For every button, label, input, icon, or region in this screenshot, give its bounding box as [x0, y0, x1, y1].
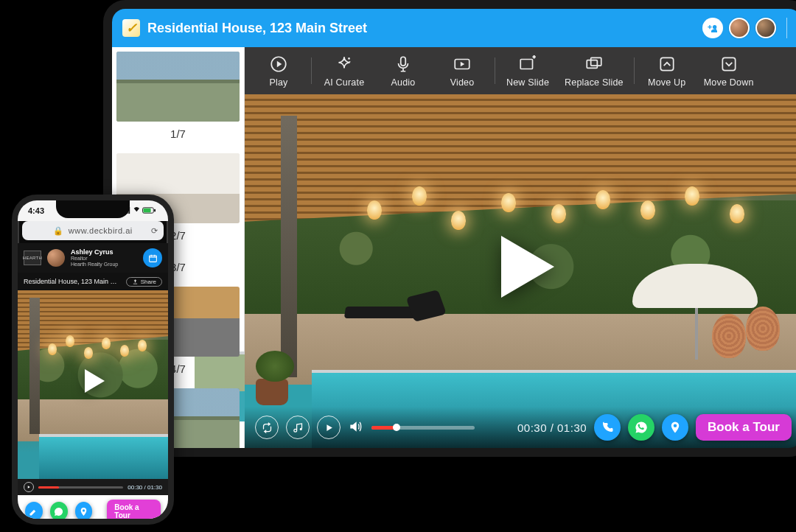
phone-seek-bar-row: 00:30 / 01:30 [18, 479, 168, 495]
scene-column [281, 116, 297, 377]
svg-rect-7 [591, 57, 601, 66]
svg-rect-8 [660, 57, 673, 70]
agent-profile-bar: HEARTH Ashley Cyrus Realtor Hearth Realt… [18, 243, 168, 273]
browser-url-bar[interactable]: 🔒 www.deckbird.ai ⟳ [22, 221, 164, 240]
microphone-icon [393, 54, 413, 74]
seek-bar[interactable] [371, 426, 475, 430]
phone-call-button[interactable] [594, 414, 621, 441]
refresh-icon[interactable]: ⟳ [151, 226, 158, 236]
svg-rect-6 [587, 60, 597, 69]
phone-play-small-button[interactable] [24, 482, 34, 492]
svg-rect-18 [149, 255, 156, 262]
tablet-header: ✓ Residential House, 123 Main Street [112, 9, 796, 47]
slide-editor-main: Play AI Curate Audio Video [245, 47, 796, 448]
toolbar-new-slide-button[interactable]: New Slide [498, 51, 557, 91]
scene-lantern [367, 200, 382, 220]
book-tour-button[interactable]: Book a Tour [696, 414, 792, 441]
app-logo-icon: ✓ [122, 19, 140, 37]
slide-thumb-1-label: 1/7 [116, 122, 240, 149]
chevron-down-box-icon [719, 54, 739, 74]
agent-name: Ashley Cyrus [71, 248, 118, 256]
scene-lantern [685, 186, 699, 206]
tablet-device: ✓ Residential House, 123 Main Street 1/7… [103, 0, 796, 457]
phone-notch [56, 200, 130, 218]
location-button[interactable] [662, 414, 688, 441]
whatsapp-button[interactable] [628, 414, 654, 441]
scene-lantern [451, 211, 466, 230]
scene-lantern [501, 193, 516, 212]
play-small-button[interactable] [317, 416, 341, 439]
playback-controls: 00:30 / 01:30 Book a Tour [245, 407, 796, 448]
agent-avatar [47, 249, 65, 267]
add-user-icon [707, 22, 719, 34]
phone-seek-bar[interactable] [38, 486, 123, 489]
toolbar-play-button[interactable]: Play [249, 51, 308, 91]
agent-role: Realtor [71, 256, 118, 262]
share-icon [132, 279, 139, 285]
phone-stage [18, 290, 168, 479]
chevron-up-box-icon [657, 54, 677, 74]
add-user-button[interactable] [702, 18, 723, 38]
loop-button[interactable] [255, 416, 279, 439]
calendar-button[interactable] [143, 248, 162, 267]
replace-slide-icon [584, 54, 604, 74]
phone-title-bar: Residential House, 123 Main … Share [18, 273, 168, 290]
svg-point-1 [348, 57, 350, 60]
toolbar-move-up-button[interactable]: Move Up [638, 51, 696, 91]
slide-thumb-1[interactable]: 1/7 [116, 52, 240, 149]
phone-book-tour-button[interactable]: Book a Tour [107, 500, 161, 523]
play-triangle-icon [479, 223, 568, 311]
slide-plus-icon [517, 54, 538, 74]
scene-lantern [730, 204, 744, 223]
lock-icon: 🔒 [53, 226, 64, 236]
svg-point-10 [299, 427, 301, 430]
collaborator-avatar-2[interactable] [755, 18, 776, 38]
toolbar-audio-button[interactable]: Audio [374, 51, 433, 91]
svg-rect-9 [722, 57, 735, 70]
editor-toolbar: Play AI Curate Audio Video [245, 47, 796, 94]
slide-stage: 00:30 / 01:30 Book a Tour [245, 94, 796, 448]
svg-point-2 [349, 61, 351, 63]
scene-lantern [640, 200, 655, 220]
phone-whatsapp-button[interactable] [50, 502, 68, 521]
phone-location-button[interactable] [75, 502, 93, 521]
video-frame-icon [452, 54, 472, 74]
phone-play-button[interactable] [74, 363, 111, 399]
scene-lantern [412, 186, 427, 206]
stage-play-button[interactable] [479, 223, 568, 311]
share-button[interactable]: Share [126, 277, 162, 287]
scene-planter [256, 379, 288, 405]
svg-rect-5 [520, 60, 532, 69]
toolbar-ai-curate-button[interactable]: AI Curate [315, 51, 374, 91]
play-circle-icon [268, 54, 289, 74]
timecode: 00:30 / 01:30 [517, 421, 587, 434]
collaborator-avatar-1[interactable] [729, 18, 750, 38]
phone-timecode: 00:30 / 01:30 [128, 484, 162, 491]
scene-eggchair [746, 307, 780, 351]
svg-rect-16 [144, 208, 151, 212]
slide-thumb-1-image [116, 52, 240, 122]
ai-sparkle-icon [334, 54, 355, 74]
play-triangle-icon [74, 363, 111, 399]
music-button[interactable] [286, 416, 310, 439]
collaborator-row [702, 18, 792, 38]
toolbar-move-down-button[interactable]: Move Down [696, 51, 761, 91]
scene-lantern [551, 204, 566, 223]
brand-logo: HEARTH [24, 251, 41, 265]
phone-edit-button[interactable] [25, 502, 43, 521]
volume-icon[interactable] [348, 419, 363, 436]
svg-rect-17 [154, 209, 156, 211]
phone-presentation-title: Residential House, 123 Main … [24, 278, 117, 285]
toolbar-video-button[interactable]: Video [433, 51, 492, 91]
presentation-title: Residential House, 123 Main Street [147, 21, 367, 36]
header-divider [786, 18, 787, 38]
scene-eggchair [712, 314, 746, 358]
status-time: 4:43 [28, 206, 44, 215]
scene-lantern [596, 190, 610, 209]
toolbar-replace-slide-button[interactable]: Replace Slide [557, 51, 631, 91]
agent-group: Hearth Realty Group [71, 262, 118, 267]
phone-action-bar: Book a Tour [18, 495, 168, 525]
phone-device: 4:43 🔒 www.deckbird.ai ⟳ HEARTH Ashley C… [12, 195, 174, 525]
url-text: www.deckbird.ai [69, 226, 133, 235]
scene-lounger [344, 307, 419, 318]
